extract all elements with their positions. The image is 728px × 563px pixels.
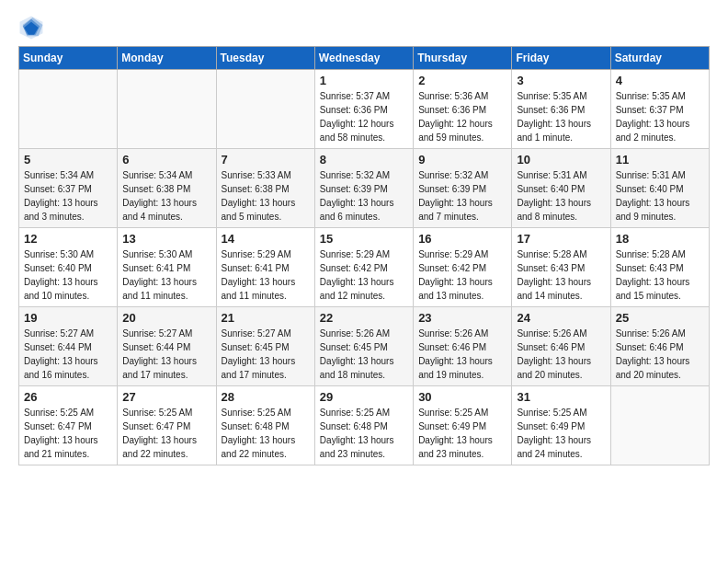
day-info: Sunrise: 5:31 AM Sunset: 6:40 PM Dayligh…: [517, 168, 605, 224]
day-number: 6: [122, 153, 210, 167]
day-info: Sunrise: 5:25 AM Sunset: 6:49 PM Dayligh…: [418, 406, 506, 461]
logo-icon: [18, 15, 44, 40]
calendar-cell: 16Sunrise: 5:29 AM Sunset: 6:42 PM Dayli…: [414, 228, 512, 307]
day-number: 27: [122, 390, 210, 404]
day-info: Sunrise: 5:30 AM Sunset: 6:41 PM Dayligh…: [122, 247, 210, 303]
day-number: 11: [616, 153, 704, 167]
calendar-cell: 29Sunrise: 5:25 AM Sunset: 6:48 PM Dayli…: [314, 386, 413, 465]
day-info: Sunrise: 5:29 AM Sunset: 6:41 PM Dayligh…: [222, 247, 310, 303]
day-header-saturday: Saturday: [610, 47, 709, 70]
page-header: [18, 15, 710, 40]
day-number: 4: [616, 74, 704, 87]
day-number: 3: [517, 74, 605, 87]
day-info: Sunrise: 5:26 AM Sunset: 6:46 PM Dayligh…: [517, 327, 605, 382]
week-row-2: 5Sunrise: 5:34 AM Sunset: 6:37 PM Daylig…: [19, 149, 710, 228]
calendar-cell: 27Sunrise: 5:25 AM Sunset: 6:47 PM Dayli…: [118, 386, 216, 465]
week-row-3: 12Sunrise: 5:30 AM Sunset: 6:40 PM Dayli…: [19, 228, 710, 307]
calendar-cell: 14Sunrise: 5:29 AM Sunset: 6:41 PM Dayli…: [216, 228, 314, 307]
day-info: Sunrise: 5:30 AM Sunset: 6:40 PM Dayligh…: [24, 247, 112, 303]
day-number: 18: [616, 232, 704, 246]
day-info: Sunrise: 5:25 AM Sunset: 6:47 PM Dayligh…: [24, 406, 112, 461]
calendar-cell: 1Sunrise: 5:37 AM Sunset: 6:36 PM Daylig…: [314, 70, 413, 149]
day-header-friday: Friday: [512, 47, 610, 70]
calendar-cell: 6Sunrise: 5:34 AM Sunset: 6:38 PM Daylig…: [118, 149, 216, 228]
day-info: Sunrise: 5:25 AM Sunset: 6:47 PM Dayligh…: [122, 406, 210, 461]
calendar-cell: 20Sunrise: 5:27 AM Sunset: 6:44 PM Dayli…: [118, 307, 216, 386]
calendar-cell: 18Sunrise: 5:28 AM Sunset: 6:43 PM Dayli…: [610, 228, 709, 307]
calendar-cell: 25Sunrise: 5:26 AM Sunset: 6:46 PM Dayli…: [610, 307, 709, 386]
day-number: 21: [222, 311, 310, 325]
day-number: 8: [320, 153, 408, 167]
week-row-5: 26Sunrise: 5:25 AM Sunset: 6:47 PM Dayli…: [19, 386, 710, 465]
day-header-tuesday: Tuesday: [216, 47, 314, 70]
day-number: 28: [222, 390, 310, 404]
day-number: 9: [418, 153, 506, 167]
day-info: Sunrise: 5:27 AM Sunset: 6:45 PM Dayligh…: [222, 327, 310, 382]
day-info: Sunrise: 5:35 AM Sunset: 6:37 PM Dayligh…: [616, 89, 704, 144]
day-info: Sunrise: 5:26 AM Sunset: 6:45 PM Dayligh…: [320, 327, 408, 382]
day-info: Sunrise: 5:25 AM Sunset: 6:49 PM Dayligh…: [517, 406, 605, 461]
day-info: Sunrise: 5:35 AM Sunset: 6:36 PM Dayligh…: [517, 89, 605, 144]
calendar-cell: 2Sunrise: 5:36 AM Sunset: 6:36 PM Daylig…: [414, 70, 512, 149]
day-info: Sunrise: 5:27 AM Sunset: 6:44 PM Dayligh…: [24, 327, 112, 382]
day-info: Sunrise: 5:29 AM Sunset: 6:42 PM Dayligh…: [320, 247, 408, 303]
day-number: 7: [222, 153, 310, 167]
day-number: 15: [320, 232, 408, 246]
calendar-cell: [216, 70, 314, 149]
day-info: Sunrise: 5:27 AM Sunset: 6:44 PM Dayligh…: [122, 327, 210, 382]
day-header-wednesday: Wednesday: [314, 47, 413, 70]
day-info: Sunrise: 5:36 AM Sunset: 6:36 PM Dayligh…: [418, 89, 506, 144]
day-info: Sunrise: 5:34 AM Sunset: 6:37 PM Dayligh…: [24, 168, 112, 224]
week-row-4: 19Sunrise: 5:27 AM Sunset: 6:44 PM Dayli…: [19, 307, 710, 386]
calendar-cell: 13Sunrise: 5:30 AM Sunset: 6:41 PM Dayli…: [118, 228, 216, 307]
day-info: Sunrise: 5:34 AM Sunset: 6:38 PM Dayligh…: [122, 168, 210, 224]
calendar-cell: 30Sunrise: 5:25 AM Sunset: 6:49 PM Dayli…: [414, 386, 512, 465]
calendar-cell: 4Sunrise: 5:35 AM Sunset: 6:37 PM Daylig…: [610, 70, 709, 149]
day-number: 1: [320, 74, 408, 87]
calendar-cell: 22Sunrise: 5:26 AM Sunset: 6:45 PM Dayli…: [314, 307, 413, 386]
day-number: 30: [418, 390, 506, 404]
calendar-cell: [118, 70, 216, 149]
day-number: 5: [24, 153, 112, 167]
calendar-cell: 9Sunrise: 5:32 AM Sunset: 6:39 PM Daylig…: [414, 149, 512, 228]
day-header-thursday: Thursday: [414, 47, 512, 70]
calendar-cell: 11Sunrise: 5:31 AM Sunset: 6:40 PM Dayli…: [610, 149, 709, 228]
day-info: Sunrise: 5:33 AM Sunset: 6:38 PM Dayligh…: [222, 168, 310, 224]
day-number: 12: [24, 232, 112, 246]
calendar-cell: [19, 70, 118, 149]
day-number: 24: [517, 311, 605, 325]
day-number: 20: [122, 311, 210, 325]
calendar-cell: 19Sunrise: 5:27 AM Sunset: 6:44 PM Dayli…: [19, 307, 118, 386]
day-info: Sunrise: 5:29 AM Sunset: 6:42 PM Dayligh…: [418, 247, 506, 303]
day-info: Sunrise: 5:25 AM Sunset: 6:48 PM Dayligh…: [320, 406, 408, 461]
day-number: 23: [418, 311, 506, 325]
day-number: 2: [418, 74, 506, 87]
day-number: 31: [517, 390, 605, 404]
calendar-cell: 7Sunrise: 5:33 AM Sunset: 6:38 PM Daylig…: [216, 149, 314, 228]
day-number: 16: [418, 232, 506, 246]
day-info: Sunrise: 5:32 AM Sunset: 6:39 PM Dayligh…: [418, 168, 506, 224]
day-number: 25: [616, 311, 704, 325]
calendar-cell: 3Sunrise: 5:35 AM Sunset: 6:36 PM Daylig…: [512, 70, 610, 149]
day-header-monday: Monday: [118, 47, 216, 70]
day-number: 29: [320, 390, 408, 404]
day-header-sunday: Sunday: [19, 47, 118, 70]
calendar-table: SundayMondayTuesdayWednesdayThursdayFrid…: [18, 46, 710, 465]
calendar-cell: 15Sunrise: 5:29 AM Sunset: 6:42 PM Dayli…: [314, 228, 413, 307]
day-number: 14: [222, 232, 310, 246]
day-info: Sunrise: 5:26 AM Sunset: 6:46 PM Dayligh…: [616, 327, 704, 382]
calendar-cell: 21Sunrise: 5:27 AM Sunset: 6:45 PM Dayli…: [216, 307, 314, 386]
days-header-row: SundayMondayTuesdayWednesdayThursdayFrid…: [19, 47, 710, 70]
calendar-cell: 12Sunrise: 5:30 AM Sunset: 6:40 PM Dayli…: [19, 228, 118, 307]
calendar-cell: 24Sunrise: 5:26 AM Sunset: 6:46 PM Dayli…: [512, 307, 610, 386]
calendar-cell: 26Sunrise: 5:25 AM Sunset: 6:47 PM Dayli…: [19, 386, 118, 465]
day-number: 22: [320, 311, 408, 325]
calendar-cell: 28Sunrise: 5:25 AM Sunset: 6:48 PM Dayli…: [216, 386, 314, 465]
day-number: 13: [122, 232, 210, 246]
day-info: Sunrise: 5:31 AM Sunset: 6:40 PM Dayligh…: [616, 168, 704, 224]
calendar-cell: 8Sunrise: 5:32 AM Sunset: 6:39 PM Daylig…: [314, 149, 413, 228]
day-number: 17: [517, 232, 605, 246]
calendar-cell: 10Sunrise: 5:31 AM Sunset: 6:40 PM Dayli…: [512, 149, 610, 228]
day-info: Sunrise: 5:26 AM Sunset: 6:46 PM Dayligh…: [418, 327, 506, 382]
calendar-cell: [610, 386, 709, 465]
